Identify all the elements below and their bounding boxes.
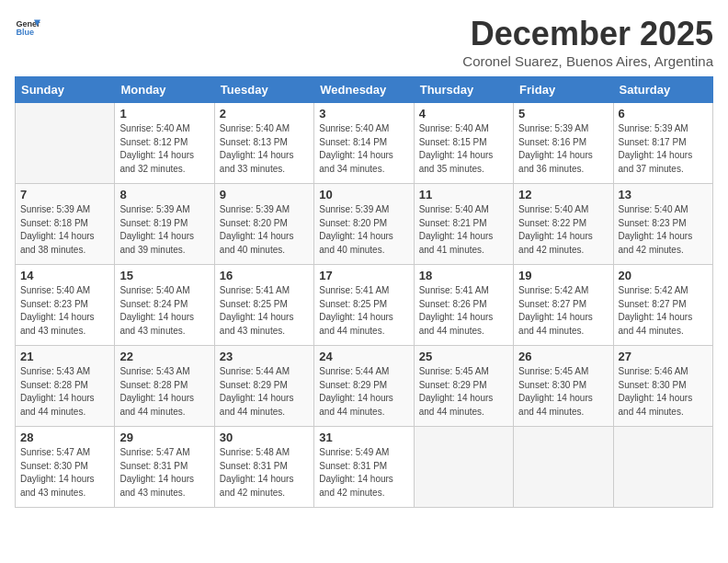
calendar-cell: 28Sunrise: 5:47 AM Sunset: 8:30 PM Dayli… xyxy=(16,427,115,508)
day-info: Sunrise: 5:40 AM Sunset: 8:12 PM Dayligh… xyxy=(119,122,209,176)
day-info: Sunrise: 5:45 AM Sunset: 8:30 PM Dayligh… xyxy=(518,365,608,419)
weekday-header-row: SundayMondayTuesdayWednesdayThursdayFrid… xyxy=(16,77,713,103)
calendar-cell: 20Sunrise: 5:42 AM Sunset: 8:27 PM Dayli… xyxy=(613,265,712,346)
day-info: Sunrise: 5:39 AM Sunset: 8:20 PM Dayligh… xyxy=(319,203,408,257)
calendar-week-row: 28Sunrise: 5:47 AM Sunset: 8:30 PM Dayli… xyxy=(16,427,713,508)
day-number: 21 xyxy=(20,350,109,363)
day-info: Sunrise: 5:45 AM Sunset: 8:29 PM Dayligh… xyxy=(419,365,508,419)
logo: General Blue xyxy=(15,15,40,40)
day-number: 20 xyxy=(619,269,708,282)
weekday-header-tuesday: Tuesday xyxy=(214,77,313,103)
day-info: Sunrise: 5:40 AM Sunset: 8:15 PM Dayligh… xyxy=(419,122,508,176)
weekday-header-wednesday: Wednesday xyxy=(314,77,414,103)
weekday-header-friday: Friday xyxy=(514,77,613,103)
day-info: Sunrise: 5:47 AM Sunset: 8:31 PM Dayligh… xyxy=(119,446,209,500)
day-info: Sunrise: 5:48 AM Sunset: 8:31 PM Dayligh… xyxy=(220,446,309,500)
day-number: 30 xyxy=(220,431,309,444)
calendar-cell: 31Sunrise: 5:49 AM Sunset: 8:31 PM Dayli… xyxy=(314,427,414,508)
calendar-cell: 9Sunrise: 5:39 AM Sunset: 8:20 PM Daylig… xyxy=(214,184,313,265)
day-info: Sunrise: 5:46 AM Sunset: 8:30 PM Dayligh… xyxy=(619,365,708,419)
calendar-cell xyxy=(613,427,712,508)
day-info: Sunrise: 5:42 AM Sunset: 8:27 PM Dayligh… xyxy=(518,284,608,338)
day-number: 16 xyxy=(220,269,309,282)
calendar-week-row: 7Sunrise: 5:39 AM Sunset: 8:18 PM Daylig… xyxy=(16,184,713,265)
day-info: Sunrise: 5:41 AM Sunset: 8:25 PM Dayligh… xyxy=(319,284,408,338)
calendar-cell: 12Sunrise: 5:40 AM Sunset: 8:22 PM Dayli… xyxy=(514,184,613,265)
location-title: Coronel Suarez, Buenos Aires, Argentina xyxy=(462,53,713,69)
day-number: 2 xyxy=(220,107,309,121)
day-number: 13 xyxy=(619,188,708,201)
calendar-cell: 15Sunrise: 5:40 AM Sunset: 8:24 PM Dayli… xyxy=(115,265,214,346)
calendar-cell: 29Sunrise: 5:47 AM Sunset: 8:31 PM Dayli… xyxy=(115,427,214,508)
day-info: Sunrise: 5:44 AM Sunset: 8:29 PM Dayligh… xyxy=(220,365,309,419)
calendar-cell: 18Sunrise: 5:41 AM Sunset: 8:26 PM Dayli… xyxy=(414,265,513,346)
calendar-cell: 30Sunrise: 5:48 AM Sunset: 8:31 PM Dayli… xyxy=(214,427,313,508)
calendar-cell: 1Sunrise: 5:40 AM Sunset: 8:12 PM Daylig… xyxy=(115,103,214,184)
day-info: Sunrise: 5:40 AM Sunset: 8:24 PM Dayligh… xyxy=(119,284,209,338)
day-number: 9 xyxy=(220,188,309,201)
day-number: 27 xyxy=(619,350,708,363)
day-number: 11 xyxy=(419,188,508,201)
day-info: Sunrise: 5:41 AM Sunset: 8:26 PM Dayligh… xyxy=(419,284,508,338)
day-number: 17 xyxy=(319,269,408,282)
weekday-header-thursday: Thursday xyxy=(414,77,513,103)
day-info: Sunrise: 5:40 AM Sunset: 8:22 PM Dayligh… xyxy=(518,203,608,257)
day-number: 10 xyxy=(319,188,408,201)
day-number: 15 xyxy=(119,269,209,282)
day-info: Sunrise: 5:39 AM Sunset: 8:16 PM Dayligh… xyxy=(518,122,608,176)
calendar-cell: 16Sunrise: 5:41 AM Sunset: 8:25 PM Dayli… xyxy=(214,265,313,346)
day-info: Sunrise: 5:44 AM Sunset: 8:29 PM Dayligh… xyxy=(319,365,408,419)
day-info: Sunrise: 5:49 AM Sunset: 8:31 PM Dayligh… xyxy=(319,446,408,500)
calendar-cell: 8Sunrise: 5:39 AM Sunset: 8:19 PM Daylig… xyxy=(115,184,214,265)
header: General Blue December 2025 Coronel Suare… xyxy=(15,15,713,69)
day-info: Sunrise: 5:43 AM Sunset: 8:28 PM Dayligh… xyxy=(119,365,209,419)
day-number: 14 xyxy=(20,269,109,282)
day-info: Sunrise: 5:47 AM Sunset: 8:30 PM Dayligh… xyxy=(20,446,109,500)
title-area: December 2025 Coronel Suarez, Buenos Air… xyxy=(462,15,713,69)
day-info: Sunrise: 5:40 AM Sunset: 8:21 PM Dayligh… xyxy=(419,203,508,257)
weekday-header-sunday: Sunday xyxy=(16,77,115,103)
calendar-cell: 22Sunrise: 5:43 AM Sunset: 8:28 PM Dayli… xyxy=(115,346,214,427)
calendar-cell: 3Sunrise: 5:40 AM Sunset: 8:14 PM Daylig… xyxy=(314,103,414,184)
calendar-cell: 13Sunrise: 5:40 AM Sunset: 8:23 PM Dayli… xyxy=(613,184,712,265)
calendar-cell xyxy=(16,103,115,184)
day-number: 19 xyxy=(518,269,608,282)
calendar-cell: 11Sunrise: 5:40 AM Sunset: 8:21 PM Dayli… xyxy=(414,184,513,265)
calendar-cell: 4Sunrise: 5:40 AM Sunset: 8:15 PM Daylig… xyxy=(414,103,513,184)
calendar-cell: 23Sunrise: 5:44 AM Sunset: 8:29 PM Dayli… xyxy=(214,346,313,427)
calendar-cell xyxy=(514,427,613,508)
calendar-cell: 10Sunrise: 5:39 AM Sunset: 8:20 PM Dayli… xyxy=(314,184,414,265)
day-info: Sunrise: 5:40 AM Sunset: 8:14 PM Dayligh… xyxy=(319,122,408,176)
day-number: 3 xyxy=(319,107,408,121)
day-info: Sunrise: 5:40 AM Sunset: 8:23 PM Dayligh… xyxy=(20,284,109,338)
day-number: 12 xyxy=(518,188,608,201)
calendar-cell: 27Sunrise: 5:46 AM Sunset: 8:30 PM Dayli… xyxy=(613,346,712,427)
day-info: Sunrise: 5:39 AM Sunset: 8:18 PM Dayligh… xyxy=(20,203,109,257)
day-number: 31 xyxy=(319,431,408,444)
svg-text:Blue: Blue xyxy=(16,28,34,37)
weekday-header-monday: Monday xyxy=(115,77,214,103)
calendar-cell xyxy=(414,427,513,508)
calendar-table: SundayMondayTuesdayWednesdayThursdayFrid… xyxy=(15,76,713,508)
calendar-week-row: 14Sunrise: 5:40 AM Sunset: 8:23 PM Dayli… xyxy=(16,265,713,346)
day-info: Sunrise: 5:40 AM Sunset: 8:13 PM Dayligh… xyxy=(220,122,309,176)
weekday-header-saturday: Saturday xyxy=(613,77,712,103)
day-number: 5 xyxy=(518,107,608,121)
calendar-cell: 7Sunrise: 5:39 AM Sunset: 8:18 PM Daylig… xyxy=(16,184,115,265)
day-info: Sunrise: 5:39 AM Sunset: 8:17 PM Dayligh… xyxy=(619,122,708,176)
day-number: 6 xyxy=(619,107,708,121)
calendar-cell: 24Sunrise: 5:44 AM Sunset: 8:29 PM Dayli… xyxy=(314,346,414,427)
day-number: 18 xyxy=(419,269,508,282)
day-info: Sunrise: 5:39 AM Sunset: 8:20 PM Dayligh… xyxy=(220,203,309,257)
day-number: 28 xyxy=(20,431,109,444)
day-number: 23 xyxy=(220,350,309,363)
day-number: 1 xyxy=(119,107,209,121)
day-number: 25 xyxy=(419,350,508,363)
calendar-cell: 19Sunrise: 5:42 AM Sunset: 8:27 PM Dayli… xyxy=(514,265,613,346)
calendar-cell: 6Sunrise: 5:39 AM Sunset: 8:17 PM Daylig… xyxy=(613,103,712,184)
day-number: 29 xyxy=(119,431,209,444)
day-number: 24 xyxy=(319,350,408,363)
calendar-cell: 14Sunrise: 5:40 AM Sunset: 8:23 PM Dayli… xyxy=(16,265,115,346)
calendar-cell: 21Sunrise: 5:43 AM Sunset: 8:28 PM Dayli… xyxy=(16,346,115,427)
day-number: 8 xyxy=(119,188,209,201)
